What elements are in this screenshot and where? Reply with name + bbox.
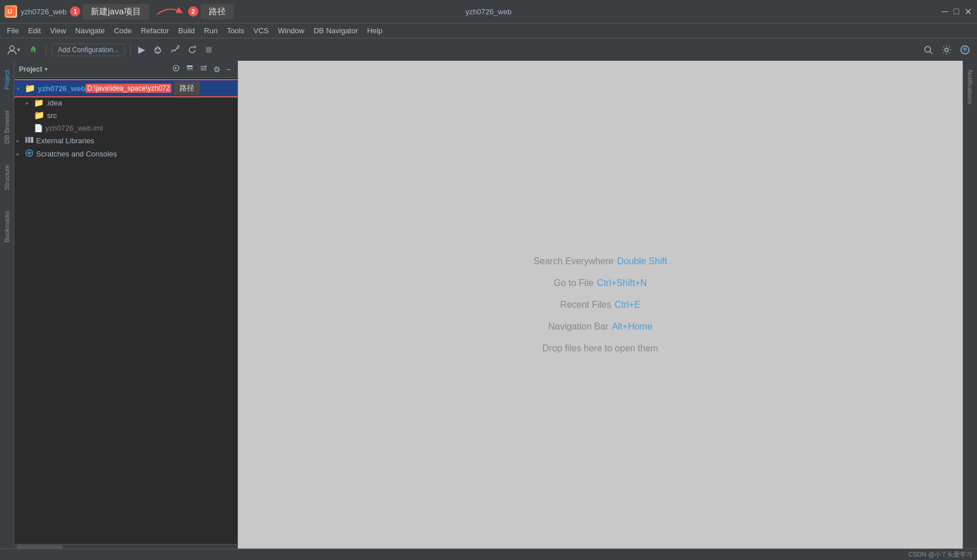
app-icon: IJ xyxy=(5,5,17,18)
project-panel: Project ▾ xyxy=(14,61,238,549)
svg-point-10 xyxy=(945,48,948,52)
run-button[interactable]: ▶ xyxy=(136,43,147,56)
svg-rect-20 xyxy=(25,137,28,143)
left-sidebar-tabs: Project DB Browser Structure Bookmarks xyxy=(0,61,14,549)
hint-search-shortcut: Double Shift xyxy=(617,256,667,267)
tree-label-root: yzh0726_web xyxy=(38,84,85,93)
watermark-text: CSDN @小丫头爱学习 xyxy=(909,550,972,559)
updates-button[interactable] xyxy=(958,44,972,56)
tree-item-idea[interactable]: 📁 .idea xyxy=(14,96,237,109)
expand-all-button[interactable] xyxy=(198,63,209,75)
search-everywhere-button[interactable] xyxy=(921,44,936,56)
menu-code[interactable]: Code xyxy=(110,25,136,36)
menu-vcs[interactable]: VCS xyxy=(249,25,273,36)
project-chevron-icon: ▾ xyxy=(45,66,48,72)
rerun-button[interactable] xyxy=(185,44,199,56)
menu-view[interactable]: View xyxy=(45,25,71,36)
vcs-button[interactable] xyxy=(26,44,41,56)
menu-run[interactable]: Run xyxy=(200,25,222,36)
scroll-to-source-button[interactable] xyxy=(170,63,182,75)
sidebar-tab-structure[interactable]: Structure xyxy=(2,160,12,195)
hint-drop-files: Drop files here to open them xyxy=(542,343,658,354)
debug-button[interactable] xyxy=(151,44,165,56)
tree-label-iml: yzh0726_web.iml xyxy=(45,124,103,132)
annotation-arrow-1 xyxy=(151,3,186,20)
main-area: Project DB Browser Structure Bookmarks P… xyxy=(0,61,977,549)
menu-bar: File Edit View Navigate Code Refactor Bu… xyxy=(0,23,977,38)
hint-recent-text: Recent Files xyxy=(560,300,611,310)
menu-db-navigator[interactable]: DB Navigator xyxy=(309,25,362,36)
tree-item-root[interactable]: 📁 yzh0726_web D:\java\idea_space\yzh072 … xyxy=(14,80,237,96)
svg-text:IJ: IJ xyxy=(7,9,12,15)
project-panel-header: Project ▾ xyxy=(14,61,237,78)
hint-goto-text: Go to File xyxy=(554,278,593,288)
tree-arrow-idea xyxy=(26,100,34,106)
menu-file[interactable]: File xyxy=(2,25,24,36)
tree-label-scratches: Scratches and Consoles xyxy=(36,150,117,158)
svg-point-2 xyxy=(10,46,14,50)
svg-rect-7 xyxy=(206,47,212,53)
folder-icon-src: 📁 xyxy=(34,110,45,120)
tree-arrow-scratches xyxy=(17,151,25,157)
menu-build[interactable]: Build xyxy=(174,25,200,36)
hint-go-to-file: Go to File Ctrl+Shift+N xyxy=(554,278,647,288)
hint-nav-shortcut: Alt+Home xyxy=(612,322,652,332)
menu-refactor[interactable]: Refactor xyxy=(136,25,174,36)
svg-rect-16 xyxy=(187,70,193,71)
tree-item-iml[interactable]: 📄 yzh0726_web.iml xyxy=(14,122,237,134)
tree-item-src[interactable]: 📁 src xyxy=(14,109,237,122)
sidebar-tab-db-browser[interactable]: DB Browser xyxy=(2,105,12,148)
collapse-all-button[interactable] xyxy=(184,63,196,75)
scratch-icon-scratches xyxy=(25,148,34,159)
sidebar-tab-bookmarks[interactable]: Bookmarks xyxy=(2,206,12,247)
window-title: yzh0726_web xyxy=(466,7,511,16)
hint-search-text: Search Everywhere xyxy=(534,256,614,267)
options-button[interactable]: ⚙ xyxy=(212,64,222,75)
menu-tools[interactable]: Tools xyxy=(222,25,249,36)
close-button[interactable]: ✕ xyxy=(963,7,972,16)
settings-button[interactable] xyxy=(939,44,954,56)
account-button[interactable]: ▾ xyxy=(5,44,22,56)
project-tree: 📁 yzh0726_web D:\java\idea_space\yzh072 … xyxy=(14,78,237,544)
tree-label-ext-libs: External Libraries xyxy=(36,136,94,145)
tree-arrow-ext-libs xyxy=(17,138,25,144)
sidebar-tab-project[interactable]: Project xyxy=(2,65,12,94)
title-right-controls: ─ □ ✕ xyxy=(940,7,972,16)
file-icon-iml: 📄 xyxy=(34,124,43,132)
project-panel-title: Project xyxy=(19,65,42,73)
svg-rect-14 xyxy=(187,65,193,67)
path-tooltip-box: 路径 xyxy=(174,81,200,95)
maximize-button[interactable]: □ xyxy=(952,7,961,16)
toolbar-separator-2 xyxy=(130,44,131,56)
path-highlight: D:\java\idea_space\yzh072 xyxy=(85,84,171,93)
editor-area: Search Everywhere Double Shift Go to Fil… xyxy=(238,61,963,549)
libs-icon-ext-libs xyxy=(25,135,34,146)
horizontal-scrollbar[interactable] xyxy=(14,544,237,549)
close-panel-button[interactable]: − xyxy=(225,64,233,75)
hint-drop-text: Drop files here to open them xyxy=(542,343,658,354)
menu-window[interactable]: Window xyxy=(273,25,309,36)
svg-line-9 xyxy=(930,52,932,54)
menu-edit[interactable]: Edit xyxy=(24,25,45,36)
hint-goto-shortcut: Ctrl+Shift+N xyxy=(597,278,647,288)
toolbar: ▾ Add Configuration... ▶ xyxy=(0,38,977,61)
coverage-button[interactable] xyxy=(168,44,182,56)
hint-recent-shortcut: Ctrl+E xyxy=(615,300,640,310)
svg-rect-22 xyxy=(31,137,33,143)
tree-label-idea: .idea xyxy=(46,99,62,107)
minimize-button[interactable]: ─ xyxy=(940,7,949,16)
tree-item-scratches[interactable]: Scratches and Consoles xyxy=(14,147,237,160)
tree-arrow-root xyxy=(17,85,25,92)
menu-help[interactable]: Help xyxy=(362,25,387,36)
menu-navigate[interactable]: Navigate xyxy=(71,25,109,36)
right-tab-notifications[interactable]: Notifications xyxy=(965,65,975,109)
stop-button[interactable] xyxy=(202,45,215,55)
svg-point-4 xyxy=(156,49,157,50)
add-configuration-button[interactable]: Add Configuration... xyxy=(52,44,125,56)
tree-item-ext-libs[interactable]: External Libraries xyxy=(14,134,237,147)
folder-icon-idea: 📁 xyxy=(34,98,44,107)
svg-point-8 xyxy=(925,46,931,52)
status-bar: CSDN @小丫头爱学习 xyxy=(0,549,977,560)
right-sidebar: Notifications xyxy=(963,61,977,549)
hint-nav-text: Navigation Bar xyxy=(548,322,608,332)
